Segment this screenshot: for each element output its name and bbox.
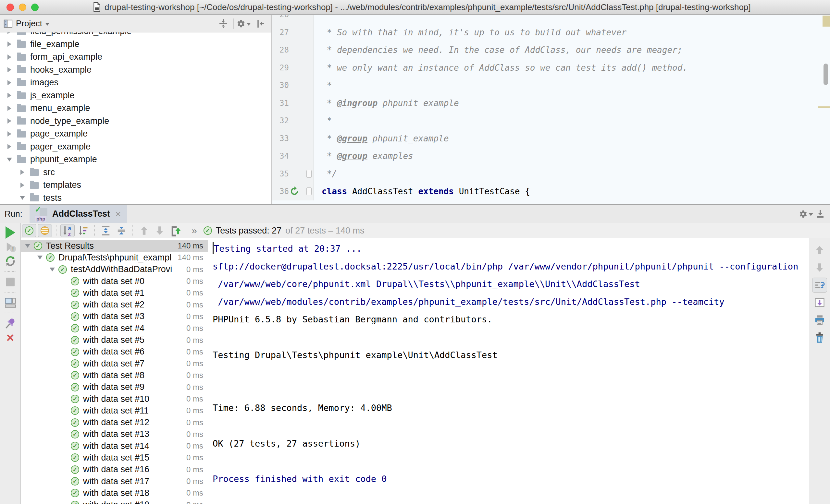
run-test-gutter-icon[interactable] [289, 186, 300, 197]
clear-console-button[interactable] [812, 330, 827, 345]
stop-button[interactable] [3, 275, 18, 289]
show-ignored-button[interactable] [38, 224, 52, 237]
editor-scrollbar-thumb[interactable] [824, 64, 828, 85]
code-line-26[interactable]: 26 [272, 15, 830, 24]
test-row-testaddwithbaddataprovider[interactable]: testAddWithBadDataProvider0 ms [21, 264, 208, 275]
code-line-27[interactable]: 27 * So with that in mind, it's up to us… [272, 24, 830, 41]
test-row-with-data-set-0[interactable]: with data set #00 ms [21, 275, 208, 287]
chevron-collapsed-icon[interactable] [7, 93, 11, 98]
test-row-with-data-set-1[interactable]: with data set #10 ms [21, 287, 208, 299]
soft-wrap-button[interactable] [812, 278, 827, 293]
tree-item-js-example[interactable]: js_example [0, 89, 272, 102]
rerun-button[interactable] [3, 226, 18, 240]
chevron-collapsed-icon[interactable] [7, 106, 11, 111]
test-row-with-data-set-11[interactable]: with data set #110 ms [21, 405, 208, 416]
chevron-collapsed-icon[interactable] [7, 32, 11, 34]
fold-marker-icon[interactable] [307, 170, 312, 178]
tree-item-phpunit-example[interactable]: phpunit_example [0, 153, 272, 166]
inspections-indicator[interactable] [823, 15, 830, 27]
chevron-collapsed-icon[interactable] [7, 67, 11, 72]
test-row-with-data-set-14[interactable]: with data set #140 ms [21, 440, 208, 452]
test-row-with-data-set-9[interactable]: with data set #90 ms [21, 381, 208, 393]
chevron-collapsed-icon[interactable] [7, 80, 11, 85]
test-row-with-data-set-10[interactable]: with data set #100 ms [21, 393, 208, 405]
hide-project-panel-button[interactable] [254, 17, 268, 30]
test-row-with-data-set-3[interactable]: with data set #30 ms [21, 311, 208, 323]
next-failed-button[interactable] [153, 224, 167, 237]
test-row-with-data-set-19[interactable]: with data set #190 ms [21, 499, 208, 504]
collapse-vertically-button[interactable] [216, 17, 230, 30]
chevron-collapsed-icon[interactable] [7, 41, 11, 47]
code-line-30[interactable]: 30 * [272, 76, 830, 94]
chevron-collapsed-icon[interactable] [7, 131, 11, 137]
tree-item-menu-example[interactable]: menu_example [0, 102, 272, 115]
test-row-test-results[interactable]: Test Results140 ms [21, 240, 208, 252]
test-row-with-data-set-16[interactable]: with data set #160 ms [21, 464, 208, 475]
test-row-with-data-set-12[interactable]: with data set #120 ms [21, 416, 208, 428]
test-row-with-data-set-8[interactable]: with data set #80 ms [21, 369, 208, 381]
chevron-expanded-icon[interactable] [37, 256, 42, 260]
sort-by-duration-button[interactable] [76, 224, 90, 237]
zoom-window-button[interactable] [31, 4, 39, 11]
warning-stripe-mark[interactable] [818, 106, 830, 108]
hide-run-panel-button[interactable] [813, 208, 827, 221]
code-line-33[interactable]: 33 * @group phpunit_example [272, 130, 830, 147]
collapse-all-button[interactable] [114, 224, 129, 237]
test-console[interactable]: Testing started at 20:37 ...sftp://docke… [208, 238, 809, 504]
tree-item-hooks-example[interactable]: hooks_example [0, 64, 272, 76]
close-run-panel-button[interactable]: × [3, 331, 18, 345]
test-row-with-data-set-13[interactable]: with data set #130 ms [21, 429, 208, 440]
test-row-with-data-set-5[interactable]: with data set #50 ms [21, 334, 208, 346]
project-view-title[interactable]: Project [16, 19, 42, 29]
chevron-expanded-icon[interactable] [50, 268, 55, 271]
test-row-drupal-tests-phpunit-example[interactable]: Drupal\Tests\phpunit_example140 ms [21, 252, 208, 263]
expand-all-button[interactable] [99, 224, 113, 237]
tree-item-node-type-example[interactable]: node_type_example [0, 115, 272, 128]
chevron-collapsed-icon[interactable] [21, 182, 24, 188]
import-test-results-button[interactable] [168, 224, 183, 237]
code-line-36[interactable]: 36class AddClassTest extends UnitTestCas… [272, 182, 830, 200]
tree-item-tests[interactable]: tests [0, 192, 272, 205]
test-row-with-data-set-7[interactable]: with data set #70 ms [21, 358, 208, 369]
test-row-with-data-set-17[interactable]: with data set #170 ms [21, 475, 208, 487]
test-row-with-data-set-15[interactable]: with data set #150 ms [21, 452, 208, 464]
chevron-collapsed-icon[interactable] [7, 119, 11, 124]
code-editor[interactable]: 2627 * So with that in mind, it's up to … [272, 15, 830, 204]
show-passed-button[interactable] [22, 224, 36, 237]
tree-item-src[interactable]: src [0, 166, 272, 179]
code-line-34[interactable]: 34 * @group examples [272, 147, 830, 165]
tree-item-file-example[interactable]: file_example [0, 38, 272, 51]
chevron-down-icon[interactable] [45, 23, 50, 26]
console-down-button[interactable] [812, 260, 827, 275]
chevron-collapsed-icon[interactable] [21, 170, 24, 175]
code-line-32[interactable]: 32 * [272, 112, 830, 130]
minimize-window-button[interactable] [19, 4, 26, 11]
toggle-auto-test-button[interactable] [3, 254, 18, 268]
code-line-28[interactable]: 28 * dependencies we need. In the case o… [272, 41, 830, 59]
scroll-to-end-button[interactable] [812, 295, 827, 310]
tree-item-pager-example[interactable]: pager_example [0, 140, 272, 154]
chevron-collapsed-icon[interactable] [7, 144, 11, 149]
test-row-with-data-set-2[interactable]: with data set #20 ms [21, 299, 208, 310]
fold-marker-icon[interactable] [307, 188, 312, 195]
more-toolbar-icon[interactable]: » [192, 225, 197, 236]
tree-item-field-permission-example[interactable]: field_permission_example [0, 32, 272, 38]
chevron-collapsed-icon[interactable] [7, 55, 11, 60]
test-row-with-data-set-4[interactable]: with data set #40 ms [21, 323, 208, 334]
print-button[interactable] [812, 313, 827, 328]
pin-tab-button[interactable] [3, 316, 18, 331]
test-row-with-data-set-6[interactable]: with data set #60 ms [21, 346, 208, 358]
console-up-button[interactable] [812, 243, 827, 258]
previous-failed-button[interactable] [137, 224, 151, 237]
chevron-expanded-icon[interactable] [7, 158, 12, 162]
test-row-with-data-set-18[interactable]: with data set #180 ms [21, 487, 208, 499]
rerun-failed-tests-button[interactable]: ! [3, 240, 18, 254]
tree-item-templates[interactable]: templates [0, 179, 272, 192]
run-tab-addclasstest[interactable]: ✓ php AddClassTest × [30, 205, 127, 223]
close-window-button[interactable] [6, 4, 14, 11]
tree-item-page-example[interactable]: page_example [0, 128, 272, 140]
code-line-31[interactable]: 31 * @ingroup phpunit_example [272, 94, 830, 112]
project-settings-button[interactable] [236, 17, 251, 30]
restore-layout-button[interactable] [3, 296, 18, 310]
chevron-expanded-icon[interactable] [20, 196, 25, 200]
